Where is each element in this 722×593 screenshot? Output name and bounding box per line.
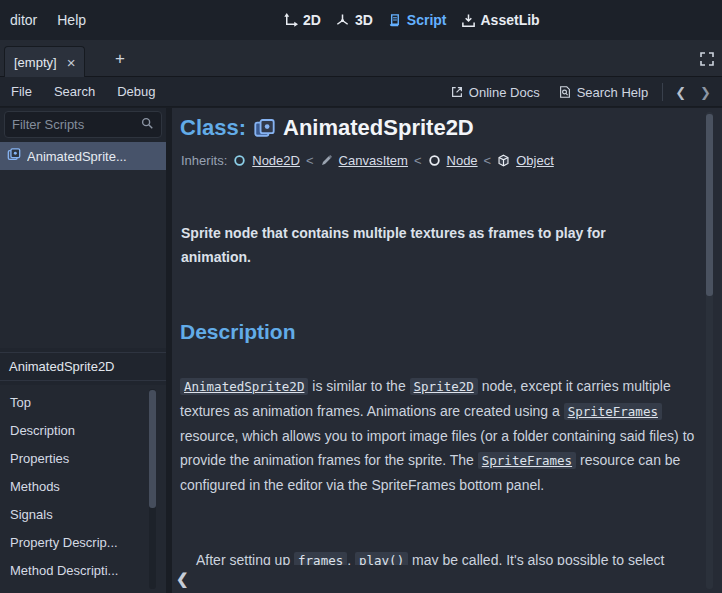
workspace-3d-label: 3D bbox=[355, 12, 373, 28]
script-list-item-animatedsprite[interactable]: AnimatedSprite... bbox=[0, 142, 166, 170]
inherits-label: Inherits: bbox=[181, 153, 227, 168]
scripts-sidebar: AnimatedSprite... AnimatedSprite2D Top D… bbox=[0, 108, 166, 593]
description-paragraph: AnimatedSprite2D is similar to the Sprit… bbox=[180, 374, 702, 497]
doc-scrollbar-thumb[interactable] bbox=[706, 114, 713, 296]
sections-scrollbar[interactable] bbox=[149, 389, 156, 589]
script-icon bbox=[387, 13, 402, 28]
script-tab-bar: [empty] × + bbox=[0, 40, 722, 77]
node-icon bbox=[428, 154, 441, 167]
script-editor-menubar: File Search Debug Online Docs Search Hel… bbox=[0, 77, 722, 107]
code-ref-animatedsprite2d[interactable]: AnimatedSprite2D bbox=[180, 378, 308, 395]
code-ref-spriteframes[interactable]: SpriteFrames bbox=[564, 403, 662, 420]
canvasitem-icon bbox=[320, 154, 333, 167]
workspace-assetlib-label: AssetLib bbox=[481, 12, 540, 28]
search-icon bbox=[140, 116, 161, 134]
assetlib-icon bbox=[461, 13, 476, 28]
top-menu-bar: ditor Help 2D 3D Script bbox=[0, 0, 722, 40]
distraction-free-icon[interactable] bbox=[699, 51, 715, 67]
menu-help[interactable]: Help bbox=[47, 8, 96, 32]
menu-editor[interactable]: ditor bbox=[0, 8, 47, 32]
new-tab-button[interactable]: + bbox=[110, 47, 130, 71]
3d-icon bbox=[335, 13, 350, 28]
history-forward-button[interactable]: ❯ bbox=[693, 85, 718, 100]
help-sections-list: Top Description Properties Methods Signa… bbox=[0, 385, 166, 593]
object-icon bbox=[497, 154, 510, 167]
inherits-link-canvasitem[interactable]: CanvasItem bbox=[339, 153, 408, 168]
online-docs-button[interactable]: Online Docs bbox=[441, 82, 549, 103]
class-label: Class: bbox=[180, 115, 246, 141]
code-ref-spriteframes[interactable]: SpriteFrames bbox=[478, 452, 576, 469]
animatedsprite2d-class-icon bbox=[254, 118, 275, 139]
godot-editor-window: ditor Help 2D 3D Script bbox=[0, 0, 722, 593]
tab-label: [empty] bbox=[14, 55, 57, 70]
class-title: Class: AnimatedSprite2D bbox=[180, 115, 474, 141]
help-toolbar: Online Docs Search Help ❮ ❯ bbox=[441, 77, 722, 107]
toolbar-separator bbox=[662, 83, 663, 101]
inherits-link-object[interactable]: Object bbox=[516, 153, 554, 168]
workspace-2d-label: 2D bbox=[303, 12, 321, 28]
script-tab-empty[interactable]: [empty] × bbox=[4, 46, 85, 77]
doc-scrollbar[interactable] bbox=[706, 112, 713, 589]
menu-debug[interactable]: Debug bbox=[106, 80, 166, 103]
section-item-methods[interactable]: Methods bbox=[0, 472, 166, 500]
workspace-script-label: Script bbox=[407, 12, 447, 28]
inherits-separator: < bbox=[414, 153, 422, 168]
menu-file[interactable]: File bbox=[0, 80, 43, 103]
section-item-signals[interactable]: Signals bbox=[0, 500, 166, 528]
filter-scripts-input[interactable] bbox=[5, 117, 140, 132]
history-back-button[interactable]: ❮ bbox=[668, 85, 693, 100]
collapse-sidebar-icon[interactable]: ❮ bbox=[172, 570, 193, 588]
help-class-root-label: AnimatedSprite2D bbox=[9, 359, 115, 374]
class-name: AnimatedSprite2D bbox=[283, 115, 474, 141]
description-heading: Description bbox=[180, 320, 296, 344]
class-reference-panel: Class: AnimatedSprite2D Inherits: Node2D… bbox=[172, 108, 722, 593]
doc-bottom-bar: ❮ bbox=[172, 565, 702, 593]
workspace-2d-button[interactable]: 2D bbox=[283, 12, 321, 28]
workspace-3d-button[interactable]: 3D bbox=[335, 12, 373, 28]
scripts-list: AnimatedSprite... bbox=[0, 142, 166, 348]
inherits-separator: < bbox=[484, 153, 492, 168]
filter-scripts-field bbox=[4, 111, 162, 138]
section-item-description[interactable]: Description bbox=[0, 416, 166, 444]
section-item-property-descriptions[interactable]: Property Descrip... bbox=[0, 528, 166, 556]
workspace-switcher: 2D 3D Script AssetLib bbox=[283, 0, 540, 40]
2d-icon bbox=[283, 13, 298, 28]
search-doc-icon bbox=[558, 85, 572, 99]
animatedsprite2d-icon bbox=[7, 148, 21, 165]
section-item-top[interactable]: Top bbox=[0, 388, 166, 416]
search-help-button[interactable]: Search Help bbox=[549, 82, 658, 103]
external-link-icon bbox=[450, 85, 464, 99]
node2d-icon bbox=[233, 154, 246, 167]
paragraph-text: is similar to the bbox=[308, 378, 409, 394]
inherits-row: Inherits: Node2D < CanvasItem < Node < O… bbox=[181, 153, 554, 168]
inherits-separator: < bbox=[306, 153, 314, 168]
menu-search[interactable]: Search bbox=[43, 80, 106, 103]
section-item-properties[interactable]: Properties bbox=[0, 444, 166, 472]
inherits-link-node2d[interactable]: Node2D bbox=[252, 153, 300, 168]
workspace-assetlib-button[interactable]: AssetLib bbox=[461, 12, 540, 28]
workspace-script-button[interactable]: Script bbox=[387, 12, 447, 28]
help-class-root-item[interactable]: AnimatedSprite2D bbox=[0, 352, 166, 381]
online-docs-label: Online Docs bbox=[469, 85, 540, 100]
script-list-item-label: AnimatedSprite... bbox=[27, 149, 127, 164]
tab-close-icon[interactable]: × bbox=[67, 55, 76, 70]
search-help-label: Search Help bbox=[577, 85, 649, 100]
sections-scrollbar-thumb[interactable] bbox=[149, 390, 156, 508]
section-item-method-descriptions[interactable]: Method Descripti... bbox=[0, 556, 166, 584]
code-ref-sprite2d[interactable]: Sprite2D bbox=[410, 378, 478, 395]
inherits-link-node[interactable]: Node bbox=[447, 153, 478, 168]
brief-description: Sprite node that contains multiple textu… bbox=[181, 221, 643, 269]
